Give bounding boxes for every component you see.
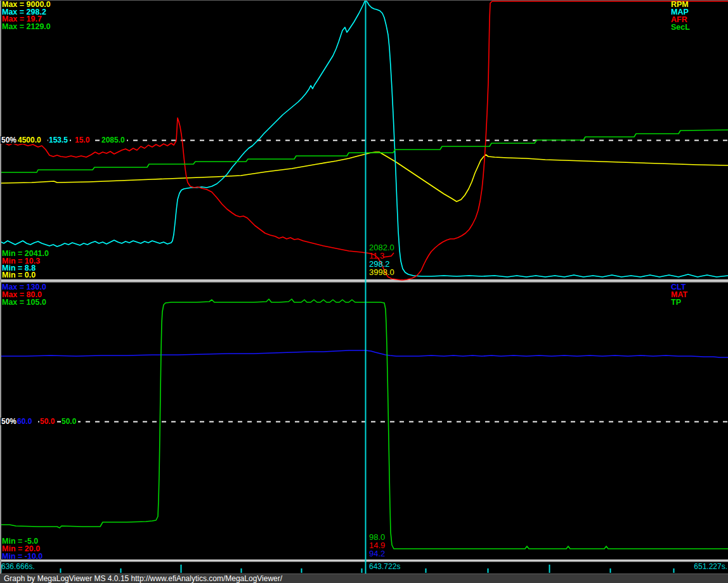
top-min-rpm: Min = 0.0 xyxy=(2,271,36,279)
megalogviewer-graph-window: Max = 9000.0 Max = 298.2 Max = 19.7 Max … xyxy=(0,0,728,583)
graph-canvas[interactable] xyxy=(0,0,728,583)
top-fifty-secl: 2085.0 xyxy=(101,136,127,144)
status-bar-text: Graph by MegaLogViewer MS 4.0.15 http://… xyxy=(4,574,282,583)
bottom-fifty-tp: 50.0 xyxy=(61,418,78,425)
status-bar: Graph by MegaLogViewer MS 4.0.15 http://… xyxy=(0,573,728,583)
curve-tp xyxy=(0,299,728,549)
curve-clt xyxy=(0,350,728,357)
top-fifty-afr: 15.0 xyxy=(74,136,91,144)
cursor-value-clt: 94.2 xyxy=(369,550,385,558)
bottom-fifty-clt: 60.0 xyxy=(16,418,34,425)
top-max-secl: Max = 2129.0 xyxy=(2,23,51,30)
bottom-fifty-mat: 50.0 xyxy=(39,418,56,425)
legend-secl: SecL xyxy=(671,23,690,31)
top-fifty-rpm: 4500.0 xyxy=(17,136,43,144)
bottom-min-clt: Min = -10.0 xyxy=(2,553,42,560)
legend-tp: TP xyxy=(671,298,681,306)
top-fifty-label: 50% xyxy=(1,136,18,144)
curve-rpm xyxy=(0,152,728,202)
time-end-label: 651.227s. xyxy=(694,563,727,570)
time-start-label: 636.666s. xyxy=(1,563,35,570)
afr-label-leader-line xyxy=(383,253,394,257)
bottom-fifty-label: 50% xyxy=(1,418,18,425)
cursor-value-rpm: 3998.0 xyxy=(369,269,394,276)
bottom-max-tp: Max = 105.0 xyxy=(2,298,46,306)
time-cursor-label: 643.722s xyxy=(369,563,400,570)
top-fifty-map: 153.5 xyxy=(48,136,70,144)
